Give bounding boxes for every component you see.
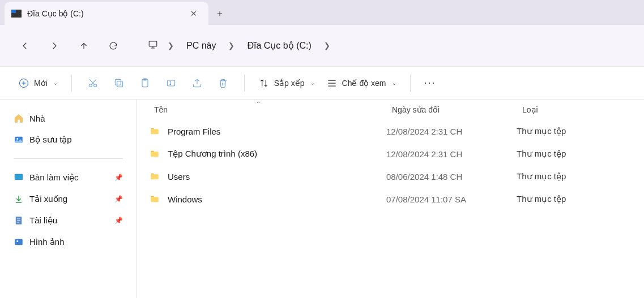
pin-icon: 📌 bbox=[114, 217, 123, 224]
breadcrumb-drive[interactable]: Đĩa Cục bộ (C:) bbox=[244, 38, 314, 53]
sidebar: Nhà Bộ sưu tập Bàn làm việc 📌 Tải xuống … bbox=[0, 100, 137, 298]
sidebar-label: Tải xuống bbox=[29, 194, 67, 204]
copy-button[interactable] bbox=[106, 77, 132, 89]
file-date: 12/08/2024 2:31 CH bbox=[386, 149, 517, 159]
separator bbox=[244, 75, 245, 92]
file-type: Thư mục tệp bbox=[517, 194, 644, 204]
rename-button[interactable] bbox=[158, 77, 184, 89]
downloads-icon bbox=[14, 194, 24, 204]
table-row[interactable]: Windows07/08/2024 11:07 SAThư mục tệp bbox=[137, 188, 644, 210]
view-label: Chế độ xem bbox=[342, 79, 386, 88]
toolbar: Mới ⌄ Sắp xếp ⌄ Chế độ xem ⌄ ··· bbox=[0, 67, 644, 100]
close-tab-button[interactable]: ✕ bbox=[186, 7, 202, 20]
file-date: 08/06/2024 1:48 CH bbox=[386, 172, 517, 182]
view-button[interactable]: Chế độ xem ⌄ bbox=[321, 74, 402, 92]
file-name: Program Files bbox=[168, 127, 220, 136]
folder-icon bbox=[148, 126, 161, 136]
content-pane: ⌃ Tên Ngày sửa đổi Loại Program Files12/… bbox=[137, 100, 644, 298]
sidebar-label: Nhà bbox=[29, 114, 45, 123]
paste-button[interactable] bbox=[132, 77, 158, 89]
chevron-right-icon[interactable]: ❯ bbox=[317, 41, 337, 50]
share-button[interactable] bbox=[184, 77, 210, 89]
column-date[interactable]: Ngày sửa đổi bbox=[392, 105, 522, 114]
folder-icon bbox=[148, 171, 161, 182]
new-button[interactable]: Mới ⌄ bbox=[12, 74, 63, 92]
svg-point-10 bbox=[16, 138, 18, 140]
home-icon bbox=[14, 113, 24, 123]
refresh-button[interactable] bbox=[101, 33, 126, 58]
pin-icon: 📌 bbox=[114, 174, 123, 182]
chevron-right-icon[interactable]: ❯ bbox=[221, 41, 241, 50]
file-name: Tệp Chương trình (x86) bbox=[168, 149, 257, 159]
sidebar-label: Tài liệu bbox=[29, 215, 57, 226]
sidebar-item-gallery[interactable]: Bộ sưu tập bbox=[6, 129, 131, 150]
svg-rect-4 bbox=[117, 81, 122, 87]
sidebar-label: Bàn làm việc bbox=[29, 172, 79, 183]
file-type: Thư mục tệp bbox=[517, 126, 644, 136]
titlebar: Đĩa Cục bộ (C:) ✕ ＋ bbox=[0, 0, 644, 25]
drive-icon bbox=[11, 10, 22, 18]
back-button[interactable] bbox=[12, 33, 37, 58]
sidebar-item-pictures[interactable]: Hình ảnh bbox=[6, 231, 131, 253]
folder-icon bbox=[148, 194, 161, 204]
delete-button[interactable] bbox=[210, 77, 236, 89]
main-area: Nhà Bộ sưu tập Bàn làm việc 📌 Tải xuống … bbox=[0, 100, 644, 298]
table-row[interactable]: Tệp Chương trình (x86)12/08/2024 2:31 CH… bbox=[137, 142, 644, 165]
pc-icon bbox=[147, 40, 159, 52]
sidebar-label: Hình ảnh bbox=[29, 237, 65, 247]
svg-rect-8 bbox=[167, 80, 174, 86]
column-type[interactable]: Loại bbox=[522, 105, 644, 114]
pin-icon: 📌 bbox=[114, 195, 123, 203]
sort-label: Sắp xếp bbox=[274, 79, 305, 88]
window-tab[interactable]: Đĩa Cục bộ (C:) ✕ bbox=[5, 2, 208, 25]
file-name: Windows bbox=[168, 195, 202, 204]
sidebar-item-downloads[interactable]: Tải xuống 📌 bbox=[6, 188, 131, 210]
chevron-down-icon: ⌄ bbox=[53, 80, 58, 86]
sidebar-label: Bộ sưu tập bbox=[29, 135, 72, 145]
forward-button[interactable] bbox=[42, 33, 67, 58]
svg-point-15 bbox=[16, 240, 18, 242]
new-label: Mới bbox=[34, 79, 48, 88]
svg-rect-11 bbox=[15, 174, 23, 180]
separator bbox=[410, 75, 411, 92]
gallery-icon bbox=[14, 135, 24, 145]
sort-indicator-icon: ⌃ bbox=[256, 101, 261, 107]
file-date: 12/08/2024 2:31 CH bbox=[386, 127, 517, 136]
sort-button[interactable]: Sắp xếp ⌄ bbox=[253, 74, 321, 92]
chevron-down-icon: ⌄ bbox=[310, 80, 315, 86]
file-type: Thư mục tệp bbox=[517, 171, 644, 182]
more-button[interactable]: ··· bbox=[419, 77, 442, 89]
documents-icon bbox=[14, 215, 24, 226]
file-list: Program Files12/08/2024 2:31 CHThư mục t… bbox=[137, 120, 644, 210]
sidebar-item-home[interactable]: Nhà bbox=[6, 107, 131, 129]
cut-button[interactable] bbox=[80, 77, 106, 89]
svg-rect-5 bbox=[115, 79, 121, 85]
chevron-down-icon: ⌄ bbox=[392, 80, 396, 86]
separator bbox=[71, 75, 72, 92]
sidebar-item-documents[interactable]: Tài liệu 📌 bbox=[6, 210, 131, 231]
chevron-right-icon[interactable]: ❯ bbox=[161, 41, 181, 50]
sidebar-item-desktop[interactable]: Bàn làm việc 📌 bbox=[6, 167, 131, 188]
folder-icon bbox=[148, 149, 161, 159]
pictures-icon bbox=[14, 237, 24, 247]
file-date: 07/08/2024 11:07 SA bbox=[386, 195, 517, 204]
sidebar-divider bbox=[14, 158, 123, 159]
breadcrumb[interactable]: ❯ PC này ❯ Đĩa Cục bộ (C:) ❯ bbox=[147, 38, 337, 53]
file-type: Thư mục tệp bbox=[517, 149, 644, 159]
svg-rect-0 bbox=[149, 41, 157, 46]
column-name[interactable]: Tên bbox=[154, 105, 392, 114]
file-name: Users bbox=[168, 172, 190, 182]
column-headers: ⌃ Tên Ngày sửa đổi Loại bbox=[137, 100, 644, 120]
table-row[interactable]: Users08/06/2024 1:48 CHThư mục tệp bbox=[137, 165, 644, 188]
tab-title: Đĩa Cục bộ (C:) bbox=[27, 9, 186, 18]
svg-rect-14 bbox=[15, 239, 23, 245]
breadcrumb-pc[interactable]: PC này bbox=[183, 38, 219, 53]
desktop-icon bbox=[14, 172, 24, 183]
up-button[interactable] bbox=[71, 33, 96, 58]
new-tab-button[interactable]: ＋ bbox=[208, 2, 231, 25]
navbar: ❯ PC này ❯ Đĩa Cục bộ (C:) ❯ bbox=[0, 25, 644, 67]
table-row[interactable]: Program Files12/08/2024 2:31 CHThư mục t… bbox=[137, 120, 644, 142]
